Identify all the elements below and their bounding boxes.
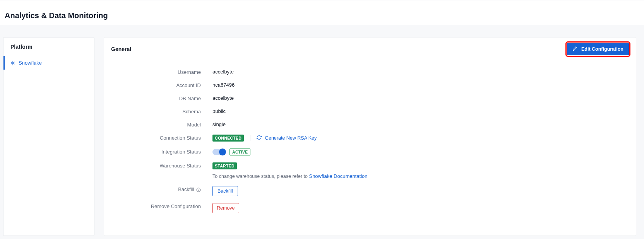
value-integration-status: ACTIVE — [212, 149, 250, 155]
warehouse-help-text: To change warehouse status, please refer… — [212, 174, 309, 179]
main-panel: General Edit Configuration Username acce… — [104, 37, 636, 236]
warehouse-help: To change warehouse status, please refer… — [212, 173, 368, 179]
sidebar-item-snowflake[interactable]: Snowflake — [3, 56, 94, 70]
row-schema: Schema public — [112, 108, 628, 114]
page-title: Analytics & Data Monitoring — [5, 11, 637, 20]
content: Platform Snowflake General Edit C — [0, 25, 644, 239]
page-header: Analytics & Data Monitoring — [0, 0, 644, 25]
row-integration-status: Integration Status ACTIVE — [112, 149, 628, 155]
form: Username accelbyte Account ID hca67496 D… — [104, 61, 636, 213]
row-remove: Remove Configuration Remove — [112, 203, 628, 213]
backfill-button[interactable]: Backfill — [212, 186, 238, 196]
edit-configuration-button[interactable]: Edit Configuration — [567, 43, 629, 55]
sidebar-title: Platform — [3, 38, 94, 56]
connection-status-badge: CONNECTED — [212, 135, 244, 142]
value-connection-status: CONNECTED Generate New RSA Key — [212, 135, 317, 142]
label-db-name: DB Name — [112, 95, 212, 101]
snowflake-documentation-link[interactable]: Snowflake Documentation — [309, 173, 367, 179]
label-account-id: Account ID — [112, 82, 212, 88]
edit-button-label: Edit Configuration — [581, 46, 623, 52]
integration-status-badge: ACTIVE — [230, 149, 250, 155]
value-backfill: Backfill — [212, 186, 238, 196]
row-username: Username accelbyte — [112, 69, 628, 75]
row-backfill: Backfill Backfill — [112, 186, 628, 196]
value-username: accelbyte — [212, 69, 234, 75]
generate-rsa-key-link[interactable]: Generate New RSA Key — [257, 135, 317, 141]
label-connection-status: Connection Status — [112, 135, 212, 141]
label-integration-status: Integration Status — [112, 149, 212, 155]
integration-toggle[interactable] — [212, 149, 226, 155]
row-db-name: DB Name accelbyte — [112, 95, 628, 101]
value-remove: Remove — [212, 203, 239, 213]
value-schema: public — [212, 108, 226, 114]
sidebar-item-label: Snowflake — [19, 60, 42, 66]
label-schema: Schema — [112, 108, 212, 114]
value-warehouse-status: STARTED To change warehouse status, plea… — [212, 162, 368, 179]
row-warehouse-status: Warehouse Status STARTED To change wareh… — [112, 162, 628, 179]
row-model: Model single — [112, 121, 628, 128]
main-header: General Edit Configuration — [104, 38, 636, 61]
label-username: Username — [112, 69, 212, 75]
pencil-icon — [572, 46, 577, 52]
section-title: General — [111, 46, 131, 52]
value-model: single — [212, 121, 226, 127]
refresh-icon — [257, 135, 262, 141]
divider — [250, 135, 250, 141]
row-account-id: Account ID hca67496 — [112, 82, 628, 88]
remove-button[interactable]: Remove — [212, 203, 239, 213]
sidebar: Platform Snowflake — [3, 37, 94, 236]
snowflake-icon — [10, 60, 15, 66]
generate-rsa-key-label: Generate New RSA Key — [265, 135, 317, 141]
value-db-name: accelbyte — [212, 95, 234, 101]
row-connection-status: Connection Status CONNECTED Generate New — [112, 135, 628, 142]
label-remove: Remove Configuration — [112, 203, 212, 209]
svg-point-5 — [199, 189, 199, 189]
value-account-id: hca67496 — [212, 82, 235, 88]
label-model: Model — [112, 121, 212, 128]
label-backfill: Backfill — [112, 186, 212, 192]
label-warehouse-status: Warehouse Status — [112, 162, 212, 169]
warehouse-status-badge: STARTED — [212, 162, 237, 169]
info-icon[interactable] — [196, 188, 201, 192]
toggle-knob — [219, 149, 226, 155]
